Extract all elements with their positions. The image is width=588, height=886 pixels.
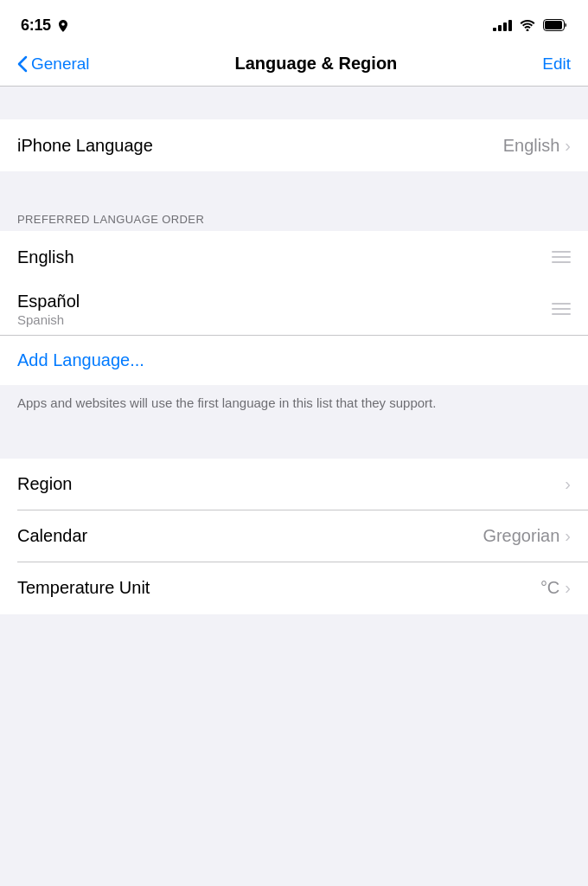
calendar-chevron-icon: ›	[565, 526, 571, 546]
page-title: Language & Region	[235, 54, 398, 74]
preferred-language-footer: Apps and websites will use the first lan…	[0, 385, 588, 426]
temperature-unit-chevron-icon: ›	[565, 578, 571, 598]
calendar-label: Calendar	[17, 526, 87, 546]
language-spanish-secondary: Spanish	[17, 312, 80, 327]
language-spanish-primary: Español	[17, 292, 80, 311]
status-time-wrap: 6:15	[21, 16, 68, 35]
section-gap-2	[0, 171, 588, 204]
preferred-language-footer-text: Apps and websites will use the first lan…	[17, 395, 436, 410]
drag-handle-english[interactable]	[552, 251, 571, 263]
status-time: 6:15	[21, 16, 51, 34]
iphone-language-value-wrap: English ›	[503, 136, 571, 156]
chevron-right-icon: ›	[565, 136, 571, 156]
iphone-language-row[interactable]: iPhone Language English ›	[0, 119, 588, 171]
language-row-spanish[interactable]: Español Spanish	[0, 283, 588, 335]
iphone-language-group: iPhone Language English ›	[0, 119, 588, 171]
section-gap-1	[0, 87, 588, 119]
svg-rect-1	[545, 21, 562, 29]
back-button[interactable]: General	[17, 55, 90, 74]
language-list-group: English Español Spanish Add Language...	[0, 231, 588, 385]
temperature-unit-value: °C	[540, 578, 559, 598]
section-gap-3	[0, 426, 588, 459]
bottom-padding	[0, 614, 588, 666]
region-chevron-icon: ›	[565, 474, 571, 494]
iphone-language-label: iPhone Language	[17, 136, 153, 156]
status-icons	[493, 19, 567, 31]
calendar-row[interactable]: Calendar Gregorian ›	[0, 510, 588, 562]
wifi-icon	[519, 19, 536, 31]
edit-button[interactable]: Edit	[542, 55, 571, 74]
language-row-english[interactable]: English	[0, 231, 588, 283]
region-value-wrap: ›	[565, 474, 571, 494]
add-language-label: Add Language...	[17, 350, 144, 370]
chevron-left-icon	[17, 55, 28, 73]
temperature-unit-label: Temperature Unit	[17, 578, 150, 598]
language-spanish-name-wrap: Español Spanish	[17, 292, 80, 327]
iphone-language-value: English	[503, 136, 560, 156]
language-english-name-wrap: English	[17, 247, 74, 267]
settings-rows-group: Region › Calendar Gregorian › Temperatur…	[0, 459, 588, 614]
location-icon	[58, 20, 68, 32]
back-label: General	[31, 55, 90, 74]
language-english-primary: English	[17, 247, 74, 267]
signal-icon	[493, 19, 512, 31]
battery-icon	[543, 19, 567, 31]
temperature-unit-row[interactable]: Temperature Unit °C ›	[0, 562, 588, 614]
region-row[interactable]: Region ›	[0, 459, 588, 510]
temperature-unit-value-wrap: °C ›	[540, 578, 571, 598]
drag-handle-spanish[interactable]	[552, 303, 571, 315]
preferred-language-header: PREFERRED LANGUAGE ORDER	[0, 204, 588, 231]
region-label: Region	[17, 474, 72, 494]
add-language-row[interactable]: Add Language...	[0, 335, 588, 385]
calendar-value: Gregorian	[483, 526, 559, 546]
nav-bar: General Language & Region Edit	[0, 45, 588, 87]
calendar-value-wrap: Gregorian ›	[483, 526, 571, 546]
status-bar: 6:15	[0, 0, 588, 45]
